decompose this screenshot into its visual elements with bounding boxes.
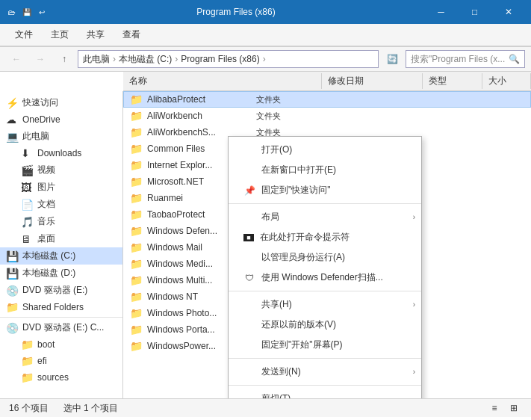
tab-home[interactable]: 主页 [42, 24, 78, 46]
ctx-pin-start[interactable]: 固定到"开始"屏幕(P) [229, 335, 421, 355]
col-date[interactable]: 修改日期 [322, 73, 423, 89]
ctx-open[interactable]: 打开(O) [229, 140, 421, 160]
folder-icon-aliworkbenchs: 📁 [130, 126, 143, 138]
sources-icon: 📁 [21, 371, 34, 383]
sidebar-item-downloads[interactable]: ⬇ Downloads [0, 145, 122, 161]
sidebar-label-pc: 此电脑 [22, 130, 49, 143]
ctx-open-new[interactable]: 在新窗口中打开(E) [229, 160, 421, 180]
address-bar: ← → ↑ 此电脑 › 本地磁盘 (C:) › Program Files (x… [0, 47, 531, 72]
up-button[interactable]: ↑ [54, 50, 75, 68]
sidebar-item-music[interactable]: 🎵 音乐 [0, 213, 122, 230]
breadcrumb-c[interactable]: 本地磁盘 (C:) [119, 53, 172, 66]
sidebar-label-efi: efi [37, 356, 47, 366]
back-button[interactable]: ← [6, 50, 27, 68]
search-icon[interactable]: 🔍 [509, 54, 520, 64]
documents-icon: 📄 [21, 199, 34, 211]
ctx-share-arrow: › [413, 300, 415, 309]
ctx-cmd-icon: ■ [243, 234, 254, 241]
sidebar-label-drive-d: 本地磁盘 (D:) [22, 267, 75, 280]
sidebar-item-boot[interactable]: 📁 boot [0, 336, 122, 353]
sidebar-label-onedrive: OneDrive [22, 114, 60, 125]
view-details-button[interactable]: ≡ [486, 401, 503, 416]
tab-file[interactable]: 文件 [6, 24, 42, 46]
sidebar-item-drive-c[interactable]: 💾 本地磁盘 (C:) [0, 247, 122, 265]
sidebar-item-dvd-e2[interactable]: 💿 DVD 驱动器 (E:) C... [0, 319, 122, 336]
status-item-count: 16 个项目 [9, 402, 49, 415]
search-box[interactable]: 搜索"Program Files (x... 🔍 [406, 50, 525, 68]
folder-icon-windowsmail: 📁 [130, 241, 143, 253]
close-button[interactable]: ✕ [491, 0, 525, 24]
folder-icon-common: 📁 [130, 143, 143, 155]
col-name[interactable]: 名称 [123, 73, 322, 89]
back-icon: ↩ [36, 6, 48, 18]
ctx-cmd[interactable]: ■ 在此处打开命令提示符 [229, 227, 421, 247]
sidebar-label-videos: 视频 [37, 164, 55, 176]
file-list: 📁 AlibabaProtect 文件夹 📁 AliWorkbench 文件夹 … [123, 91, 531, 398]
ctx-sendto-arrow: › [413, 368, 415, 376]
sidebar-item-efi[interactable]: 📁 efi [0, 353, 122, 369]
ctx-defender[interactable]: 🛡 使用 Windows Defender扫描... [229, 268, 421, 288]
column-headers: 名称 修改日期 类型 大小 [123, 72, 531, 91]
ctx-share[interactable]: 共享(H) › [229, 294, 421, 315]
sidebar-item-desktop[interactable]: 🖥 桌面 [0, 230, 122, 247]
sidebar-item-sources[interactable]: 📁 sources [0, 369, 122, 386]
pictures-icon: 🖼 [21, 182, 34, 194]
tab-view[interactable]: 查看 [114, 24, 149, 46]
shared-icon: 📁 [6, 301, 19, 313]
folder-icon-windowsmulti: 📁 [130, 274, 143, 286]
title-bar-icons: 🗁 💾 ↩ [6, 6, 48, 18]
ctx-pin[interactable]: 📌 固定到"快速访问" [229, 180, 421, 200]
minimize-button[interactable]: ─ [424, 0, 458, 24]
window-controls: ─ □ ✕ [424, 0, 525, 24]
sidebar-item-pictures[interactable]: 🖼 图片 [0, 179, 122, 196]
ctx-admin[interactable]: 以管理员身份运行(A) [229, 247, 421, 268]
ctx-restore[interactable]: 还原以前的版本(V) [229, 315, 421, 335]
folder-icon-ruanmei: 📁 [130, 192, 143, 204]
status-selected-count: 选中 1 个项目 [63, 402, 118, 415]
refresh-button[interactable]: 🔄 [382, 50, 403, 68]
sidebar-item-dvd-e[interactable]: 💿 DVD 驱动器 (E:) [0, 282, 122, 299]
ribbon: 文件 主页 共享 查看 [0, 24, 531, 47]
sidebar-label-boot: boot [37, 339, 55, 350]
sidebar-item-documents[interactable]: 📄 文档 [0, 196, 122, 213]
breadcrumb-pc[interactable]: 此电脑 [83, 53, 110, 66]
dvd-e-icon: 💿 [6, 285, 19, 297]
sidebar-item-drive-d[interactable]: 💾 本地磁盘 (D:) [0, 265, 122, 282]
downloads-icon: ⬇ [21, 147, 34, 159]
sidebar-label-downloads: Downloads [37, 148, 81, 158]
context-menu: 打开(O) 在新窗口中打开(E) 📌 固定到"快速访问" 布局 › ■ 在此处打… [228, 136, 422, 398]
breadcrumb-sep2: › [175, 54, 178, 64]
file-name-alibabaprotect: AlibabaProtect [147, 94, 252, 105]
ctx-defender-icon: 🛡 [243, 273, 255, 283]
ctx-sendto[interactable]: 发送到(N) › [229, 362, 421, 382]
col-type[interactable]: 类型 [423, 73, 482, 89]
ctx-cut-label: 剪切(T) [261, 392, 291, 398]
desktop-icon: 🖥 [21, 233, 34, 245]
col-size[interactable]: 大小 [482, 73, 531, 89]
file-item-alibabaprotect[interactable]: 📁 AlibabaProtect 文件夹 [123, 91, 531, 108]
ctx-layout[interactable]: 布局 › [229, 207, 421, 227]
ctx-open-label: 打开(O) [261, 143, 292, 156]
breadcrumb-current[interactable]: Program Files (x86) [181, 54, 259, 64]
sidebar-item-quickaccess[interactable]: ⚡ 快速访问 [0, 94, 122, 111]
title-bar: 🗁 💾 ↩ Program Files (x86) ─ □ ✕ [0, 0, 531, 24]
dvd-e2-icon: 💿 [6, 322, 19, 334]
sidebar-item-onedrive[interactable]: ☁ OneDrive [0, 111, 122, 128]
file-item-aliworkbench[interactable]: 📁 AliWorkbench 文件夹 [123, 108, 531, 124]
sidebar-item-videos[interactable]: 🎬 视频 [0, 161, 122, 179]
maximize-button[interactable]: □ [458, 0, 491, 24]
tab-share[interactable]: 共享 [78, 24, 114, 46]
breadcrumb-bar[interactable]: 此电脑 › 本地磁盘 (C:) › Program Files (x86) › [78, 50, 379, 68]
folder-icon-windowsporta: 📁 [130, 324, 143, 336]
sidebar-item-pc[interactable]: 💻 此电脑 [0, 128, 122, 145]
sidebar-label-desktop: 桌面 [37, 232, 55, 245]
folder-icon-ie: 📁 [130, 159, 143, 171]
sidebar-item-shared[interactable]: 📁 Shared Folders [0, 299, 122, 315]
ctx-pin-icon: 📌 [243, 185, 255, 196]
pc-icon: 💻 [6, 131, 19, 143]
forward-button[interactable]: → [30, 50, 51, 68]
view-icons-button[interactable]: ⊞ [506, 401, 522, 416]
folder-icon-windowspower: 📁 [130, 340, 143, 352]
ctx-cut[interactable]: 剪切(T) [229, 389, 421, 398]
sidebar-label-sources: sources [37, 372, 69, 383]
